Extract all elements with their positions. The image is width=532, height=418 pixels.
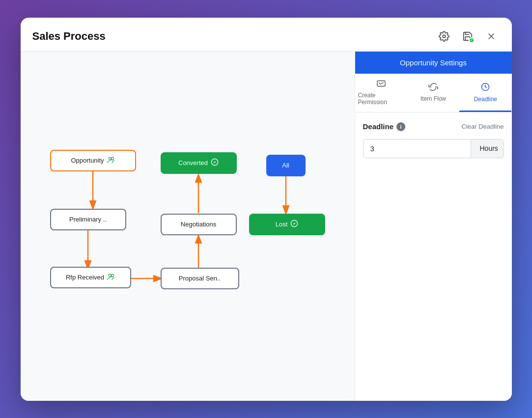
save-badge xyxy=(469,37,475,43)
node-preliminary-label: Preliminary .. xyxy=(69,216,107,223)
lost-check-icon xyxy=(290,220,298,229)
rfp-icon xyxy=(107,273,115,281)
item-flow-icon xyxy=(428,83,438,93)
opportunity-icon xyxy=(107,156,115,165)
close-button[interactable] xyxy=(482,28,500,45)
deadline-info-icon[interactable]: i xyxy=(396,122,405,131)
node-negotiations-label: Negotiations xyxy=(181,221,216,228)
settings-content: Deadline i Clear Deadline Hours xyxy=(355,112,512,401)
settings-panel: Opportunity Settings Create Permission xyxy=(355,52,512,401)
node-all-label: All xyxy=(282,162,289,169)
deadline-value-input[interactable] xyxy=(364,139,471,158)
node-lost-label: Lost xyxy=(276,221,288,228)
settings-button[interactable] xyxy=(435,28,453,45)
node-converted-label: Converted xyxy=(178,159,208,167)
node-rfp-label: Rfp Received xyxy=(66,274,104,281)
tab-create-permission-label: Create Permission xyxy=(358,92,404,106)
flow-canvas[interactable]: Opportunity Preliminary .. Rfp Received xyxy=(21,52,355,401)
node-rfp-received[interactable]: Rfp Received xyxy=(50,267,131,288)
settings-tabs: Create Permission Item Flow xyxy=(355,74,512,112)
clear-deadline-button[interactable]: Clear Deadline xyxy=(462,123,504,130)
node-proposal[interactable]: Proposal Sen.. xyxy=(161,268,239,289)
tab-item-flow-label: Item Flow xyxy=(420,95,446,102)
save-button[interactable] xyxy=(459,28,476,45)
node-converted[interactable]: Converted xyxy=(161,152,237,174)
node-proposal-label: Proposal Sen.. xyxy=(179,275,221,282)
modal: Sales Process xyxy=(21,18,512,401)
svg-point-10 xyxy=(111,157,113,160)
node-negotiations[interactable]: Negotiations xyxy=(161,214,237,235)
node-lost[interactable]: Lost xyxy=(249,214,325,235)
deadline-label: Deadline i xyxy=(363,122,406,131)
tab-create-permission[interactable]: Create Permission xyxy=(355,74,407,112)
settings-header: Opportunity Settings xyxy=(355,52,512,74)
svg-point-0 xyxy=(443,35,446,38)
tab-deadline[interactable]: Deadline xyxy=(459,74,511,112)
deadline-unit-button[interactable]: Hours xyxy=(471,139,504,158)
svg-point-12 xyxy=(112,274,114,277)
deadline-input-row: Hours xyxy=(363,139,504,158)
tab-deadline-label: Deadline xyxy=(474,96,497,103)
modal-title: Sales Process xyxy=(32,30,106,43)
converted-check-icon xyxy=(211,158,219,167)
node-opportunity[interactable]: Opportunity xyxy=(50,150,136,171)
node-preliminary[interactable]: Preliminary .. xyxy=(50,209,126,230)
create-permission-icon xyxy=(376,80,386,90)
node-all[interactable]: All xyxy=(266,155,306,176)
header-actions xyxy=(435,28,500,45)
modal-body: Opportunity Preliminary .. Rfp Received xyxy=(21,52,512,401)
deadline-row: Deadline i Clear Deadline xyxy=(363,122,504,131)
tab-item-flow[interactable]: Item Flow xyxy=(407,74,459,112)
deadline-icon xyxy=(481,83,490,94)
modal-header: Sales Process xyxy=(21,18,512,52)
node-opportunity-label: Opportunity xyxy=(71,157,104,164)
